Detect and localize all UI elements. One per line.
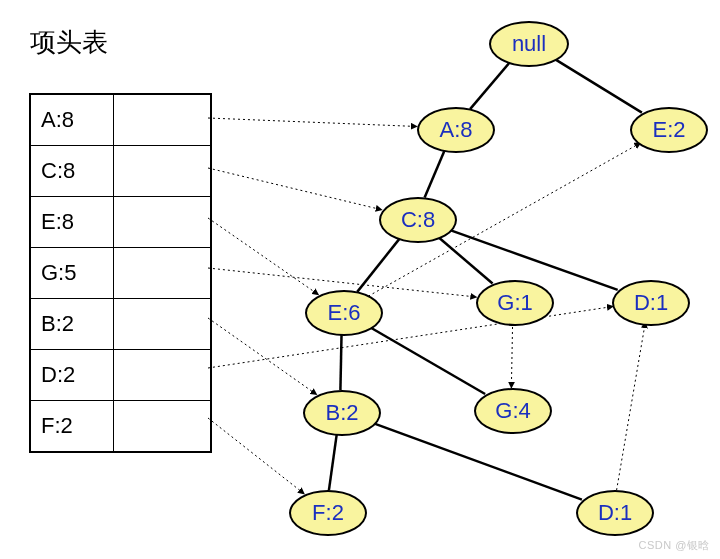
svg-line-16 <box>208 418 304 494</box>
svg-line-19 <box>617 322 646 490</box>
tree-node-f2: F:2 <box>289 490 367 536</box>
tree-node-g4: G:4 <box>474 388 552 434</box>
tree-node-d1a: D:1 <box>612 280 690 326</box>
svg-line-9 <box>371 422 582 499</box>
svg-line-15 <box>208 306 613 368</box>
header-item-label: G:5 <box>31 248 114 298</box>
tree-node-e2: E:2 <box>630 107 708 153</box>
header-item-label: C:8 <box>31 146 114 196</box>
tree-node-root: null <box>489 21 569 67</box>
svg-line-5 <box>447 229 617 290</box>
table-row: C:8 <box>31 146 210 197</box>
svg-line-12 <box>208 218 319 295</box>
header-link-cell <box>114 197 210 247</box>
watermark: CSDN @银晗 <box>639 538 710 553</box>
tree-node-a8: A:8 <box>417 107 495 153</box>
svg-line-3 <box>357 237 401 292</box>
table-row: A:8 <box>31 95 210 146</box>
svg-line-6 <box>340 332 341 390</box>
header-item-label: A:8 <box>31 95 114 145</box>
tree-node-c8: C:8 <box>379 197 457 243</box>
table-row: E:8 <box>31 197 210 248</box>
svg-line-1 <box>552 58 641 113</box>
svg-line-0 <box>470 61 511 109</box>
header-link-cell <box>114 248 210 298</box>
header-item-label: E:8 <box>31 197 114 247</box>
svg-line-8 <box>329 432 337 490</box>
header-item-label: D:2 <box>31 350 114 400</box>
header-link-cell <box>114 95 210 145</box>
table-row: B:2 <box>31 299 210 350</box>
svg-line-4 <box>436 236 492 284</box>
svg-line-14 <box>208 318 317 395</box>
header-link-cell <box>114 299 210 349</box>
tree-node-e6: E:6 <box>305 290 383 336</box>
svg-line-18 <box>511 322 512 388</box>
header-link-cell <box>114 350 210 400</box>
header-item-label: F:2 <box>31 401 114 451</box>
header-link-cell <box>114 401 210 451</box>
header-item-label: B:2 <box>31 299 114 349</box>
diagram-title: 项头表 <box>30 25 108 60</box>
svg-line-10 <box>208 118 417 126</box>
tree-node-d1b: D:1 <box>576 490 654 536</box>
table-row: D:2 <box>31 350 210 401</box>
tree-node-g1: G:1 <box>476 280 554 326</box>
svg-line-11 <box>208 168 382 210</box>
header-link-cell <box>114 146 210 196</box>
svg-line-2 <box>425 148 446 197</box>
svg-line-7 <box>368 326 485 394</box>
table-row: G:5 <box>31 248 210 299</box>
tree-node-b2: B:2 <box>303 390 381 436</box>
table-row: F:2 <box>31 401 210 451</box>
header-table: A:8 C:8 E:8 G:5 B:2 D:2 F:2 <box>29 93 212 453</box>
